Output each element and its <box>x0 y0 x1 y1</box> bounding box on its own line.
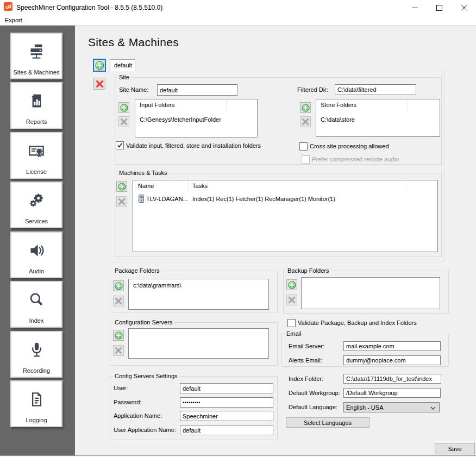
application-name-label: Application Name: <box>114 412 162 420</box>
prefer-compressed-label: Prefer compressed remote audio <box>312 156 399 163</box>
input-folders-header: Input Folders <box>135 99 257 111</box>
store-folder-row[interactable]: C:\data\store <box>321 116 355 123</box>
package-folders-list[interactable]: c:\data\grammars\ <box>128 279 269 310</box>
minimize-button[interactable] <box>403 0 427 15</box>
add-icon <box>302 104 310 112</box>
column-divider <box>226 100 227 110</box>
package-folders-group-label: Package Folders <box>113 267 161 274</box>
page-title: Sites & Machines <box>88 36 179 49</box>
configuration-servers-list[interactable] <box>128 328 269 359</box>
configuration-servers-group-label: Configuration Servers <box>113 319 174 325</box>
cross-site-checkbox[interactable] <box>299 142 308 151</box>
sidebar-item-audio[interactable]: Audio <box>10 231 62 278</box>
add-input-folder-button[interactable] <box>118 102 129 113</box>
backup-folders-group-label: Backup Folders <box>286 267 330 274</box>
machines-list[interactable]: Name Tasks TLV-LDAGAN... Index(1) Rec(1)… <box>133 180 438 252</box>
add-config-server-button[interactable] <box>113 330 124 341</box>
add-icon <box>95 61 104 70</box>
validate-folders-label[interactable]: Validate input, filtered, store and inst… <box>126 142 261 149</box>
column-divider <box>405 181 405 191</box>
add-icon <box>120 104 128 112</box>
add-icon <box>288 281 296 289</box>
store-folders-header: Store Folders <box>316 99 440 111</box>
remove-machine-button[interactable] <box>116 196 127 207</box>
save-button[interactable]: Save <box>435 443 475 454</box>
menu-item-export[interactable]: Export <box>3 16 24 25</box>
close-icon <box>461 4 467 11</box>
site-name-input[interactable]: default <box>157 84 237 96</box>
user-application-name-input[interactable]: default <box>180 425 273 435</box>
machines-column-name[interactable]: Name <box>138 183 154 189</box>
sidebar-item-label: Logging <box>26 417 47 423</box>
select-languages-button[interactable]: Select Languages <box>286 417 369 428</box>
sidebar-item-label: Services <box>25 218 48 224</box>
cross-site-label[interactable]: Cross site processing allowed <box>310 143 389 150</box>
sidebar-item-label: License <box>26 168 47 175</box>
password-input[interactable]: ••••••••• <box>180 397 273 408</box>
store-folders-list[interactable]: Store Folders C:\data\store <box>316 99 440 137</box>
sidebar-item-sites-machines[interactable]: Sites & Machines <box>10 33 62 79</box>
input-folders-column-header[interactable]: Input Folders <box>140 102 174 108</box>
window-title: SpeechMiner Configuration Tool - 8.5.5 (… <box>16 0 162 15</box>
sidebar-item-license[interactable]: License <box>10 132 62 179</box>
user-input[interactable]: default <box>180 383 273 393</box>
remove-backup-folder-button[interactable] <box>286 295 297 305</box>
input-folder-row[interactable]: C:\Genesys\fetcherInputFolder <box>140 116 221 123</box>
sidebar-item-label: Recording <box>23 367 50 374</box>
report-chart-icon <box>11 83 61 118</box>
remove-config-server-button[interactable] <box>113 345 124 356</box>
sidebar-item-reports[interactable]: Reports <box>10 82 62 129</box>
menu-bar: Export <box>0 15 476 26</box>
maximize-button[interactable] <box>427 0 452 15</box>
remove-input-folder-button[interactable] <box>118 116 129 127</box>
validate-package-label[interactable]: Validate Package, Backup and Index Folde… <box>298 320 417 327</box>
user-application-name-label: User Application Name: <box>114 427 176 434</box>
title-bar: SpeechMiner Configuration Tool - 8.5.5 (… <box>0 0 476 15</box>
add-package-folder-button[interactable] <box>113 280 124 291</box>
package-folder-row[interactable]: c:\data\grammars\ <box>133 282 181 289</box>
remove-store-folder-button[interactable] <box>300 116 311 127</box>
validate-folders-checkbox[interactable] <box>116 141 124 149</box>
sidebar-nav: Sites & Machines Reports License <box>0 26 75 457</box>
add-store-folder-button[interactable] <box>300 102 311 113</box>
index-folder-label: Index Folder: <box>289 375 323 383</box>
column-divider <box>408 100 408 110</box>
site-name-label: Site Name: <box>119 86 148 93</box>
add-site-tab-button[interactable] <box>93 59 106 72</box>
sidebar-item-recording[interactable]: Recording <box>10 331 62 378</box>
input-folders-list[interactable]: Input Folders C:\Genesys\fetcherInputFol… <box>135 99 258 137</box>
sidebar-item-label: Reports <box>26 118 47 125</box>
remove-icon <box>115 297 122 305</box>
tab-default[interactable]: default <box>110 59 135 71</box>
config-servers-settings-group-label: Config Servers Settings <box>113 373 179 379</box>
machines-column-tasks[interactable]: Tasks <box>192 183 208 189</box>
sidebar-item-logging[interactable]: Logging <box>10 380 62 427</box>
sidebar-item-index[interactable]: Index <box>10 281 62 328</box>
microphone-icon <box>11 332 61 367</box>
column-divider <box>188 181 189 191</box>
store-folders-column-header[interactable]: Store Folders <box>321 102 356 108</box>
add-icon <box>118 183 126 191</box>
default-workgroup-input[interactable]: /Default Workgroup <box>343 388 441 398</box>
remove-icon <box>118 198 126 205</box>
remove-package-folder-button[interactable] <box>113 296 124 306</box>
site-group-label: Site <box>117 74 131 80</box>
validate-package-checkbox[interactable] <box>287 319 296 327</box>
close-button[interactable] <box>452 0 476 15</box>
default-language-select[interactable]: English - USA <box>343 402 440 412</box>
filtered-dir-input[interactable]: C:\data\filtered <box>335 84 416 95</box>
chevron-down-icon <box>430 406 436 410</box>
sidebar-item-services[interactable]: Services <box>10 181 62 228</box>
backup-folders-list[interactable] <box>301 277 440 309</box>
sidebar-item-label: Sites & Machines <box>14 69 60 76</box>
add-backup-folder-button[interactable] <box>286 279 297 290</box>
maximize-icon <box>436 5 442 11</box>
application-name-input[interactable]: Speechminer <box>180 411 273 421</box>
index-folder-input[interactable]: C:\data\171119db_for_test\index <box>343 374 441 384</box>
log-document-icon <box>11 381 61 417</box>
delete-site-tab-button[interactable] <box>93 78 105 90</box>
email-server-input[interactable]: mail.example.com <box>343 341 441 351</box>
delete-icon <box>96 80 104 88</box>
alerts-email-input[interactable]: dummy@noplace.com <box>343 355 441 365</box>
add-machine-button[interactable] <box>116 181 127 192</box>
